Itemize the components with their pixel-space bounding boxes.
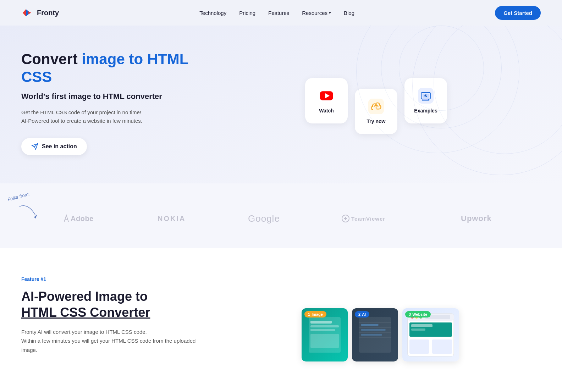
navbar: Fronty Technology Pricing Features Resou… bbox=[0, 0, 562, 26]
svg-text:NOKIA: NOKIA bbox=[158, 215, 186, 222]
nav-features[interactable]: Features bbox=[268, 10, 289, 16]
step-cards: 1 Image 2 AI bbox=[302, 298, 459, 361]
hero-title-static: Convert bbox=[21, 51, 82, 67]
brand-google: Google bbox=[247, 212, 286, 227]
hero-desc-line2: AI-Powered tool to create a website in f… bbox=[21, 118, 142, 124]
see-in-action-button[interactable]: See in action bbox=[21, 138, 87, 155]
deco-circle-3 bbox=[399, 26, 484, 111]
hero-desc-line1: Get the HTML CSS code of your project in… bbox=[21, 109, 141, 115]
feature-desc-line2: Within a few minutes you will get your H… bbox=[21, 338, 195, 353]
logo-icon bbox=[21, 6, 34, 19]
svg-text:Upwork: Upwork bbox=[461, 214, 492, 223]
feature-desc-line1: Fronty AI will convert your image to HTM… bbox=[21, 329, 147, 335]
svg-text:TeamViewer: TeamViewer bbox=[351, 216, 385, 222]
hero-title: Convert image to HTML CSS bbox=[21, 50, 206, 86]
brand-adobe: Adobe bbox=[63, 213, 102, 225]
svg-rect-40 bbox=[409, 339, 429, 354]
design-preview bbox=[307, 315, 342, 354]
youtube-icon bbox=[319, 88, 334, 104]
upwork-logo-svg: Upwork bbox=[460, 213, 499, 223]
svg-rect-39 bbox=[411, 328, 425, 331]
nokia-logo-svg: NOKIA bbox=[157, 213, 192, 223]
svg-marker-11 bbox=[34, 214, 37, 219]
feature-section: Feature #1 AI-Powered Image to HTML CSS … bbox=[0, 248, 562, 392]
step-badge-1: 1 Image bbox=[304, 311, 326, 318]
nav-pricing[interactable]: Pricing bbox=[239, 10, 255, 16]
brand-nokia: NOKIA bbox=[157, 213, 192, 225]
step-badge-3: 3 Website bbox=[405, 311, 431, 318]
step-badge-2: 2 AI bbox=[355, 311, 369, 318]
brand-name: Fronty bbox=[37, 9, 59, 17]
svg-rect-29 bbox=[361, 329, 386, 331]
svg-text:Google: Google bbox=[248, 213, 280, 224]
svg-rect-21 bbox=[310, 329, 335, 331]
brands-section: Folks from: Adobe NOKIA Google bbox=[0, 183, 562, 248]
svg-rect-20 bbox=[310, 325, 339, 327]
feature-desc: Fronty AI will convert your image to HTM… bbox=[21, 327, 199, 355]
see-in-action-label: See in action bbox=[42, 143, 77, 150]
step-card-image: 1 Image bbox=[302, 308, 348, 361]
hero-subtitle: World's first image to HTML converter bbox=[21, 92, 206, 101]
paper-plane-icon bbox=[31, 143, 38, 150]
svg-rect-22 bbox=[310, 334, 339, 348]
step-card-ai: 2 AI bbox=[352, 308, 398, 361]
hero-text: Convert image to HTML CSS World's first … bbox=[21, 50, 206, 155]
svg-rect-38 bbox=[411, 324, 432, 327]
adobe-logo-svg: Adobe bbox=[63, 213, 102, 223]
nav-blog[interactable]: Blog bbox=[344, 10, 354, 16]
hero-section: Convert image to HTML CSS World's first … bbox=[0, 26, 562, 183]
feature-tag: Feature #1 bbox=[21, 276, 199, 282]
get-started-button[interactable]: Get Started bbox=[495, 6, 541, 20]
hero-desc: Get the HTML CSS code of your project in… bbox=[21, 108, 206, 125]
nav-resources[interactable]: Resources ▾ bbox=[302, 10, 331, 16]
feature-visual: 1 Image 2 AI bbox=[220, 276, 541, 383]
ai-preview bbox=[357, 315, 393, 354]
website-preview bbox=[406, 312, 456, 358]
svg-rect-28 bbox=[361, 324, 379, 326]
watch-label: Watch bbox=[319, 108, 334, 114]
arrow-curve-icon bbox=[18, 203, 39, 221]
nav-technology[interactable]: Technology bbox=[199, 10, 226, 16]
folks-from-label: Folks from: bbox=[7, 191, 30, 202]
logo[interactable]: Fronty bbox=[21, 6, 59, 19]
feature-title: AI-Powered Image to HTML CSS Converter bbox=[21, 288, 199, 320]
teamviewer-logo-svg: TeamViewer bbox=[341, 214, 405, 223]
watch-card[interactable]: Watch bbox=[305, 78, 348, 123]
chevron-down-icon: ▾ bbox=[329, 11, 331, 15]
svg-text:Adobe: Adobe bbox=[71, 215, 94, 222]
google-logo-svg: Google bbox=[247, 212, 286, 225]
svg-rect-41 bbox=[432, 339, 452, 354]
feature-title-line2: HTML CSS Converter bbox=[21, 305, 150, 320]
step-card-website: 3 Website bbox=[402, 308, 459, 361]
svg-rect-30 bbox=[361, 334, 382, 336]
nav-links: Technology Pricing Features Resources ▾ … bbox=[199, 10, 354, 16]
svg-rect-19 bbox=[310, 321, 332, 324]
brand-upwork: Upwork bbox=[460, 213, 499, 225]
feature-text: Feature #1 AI-Powered Image to HTML CSS … bbox=[21, 276, 199, 355]
brands-row: Adobe NOKIA Google TeamViewer bbox=[21, 212, 541, 227]
brand-teamviewer: TeamViewer bbox=[341, 214, 405, 225]
feature-title-line1: AI-Powered Image to bbox=[21, 289, 148, 304]
